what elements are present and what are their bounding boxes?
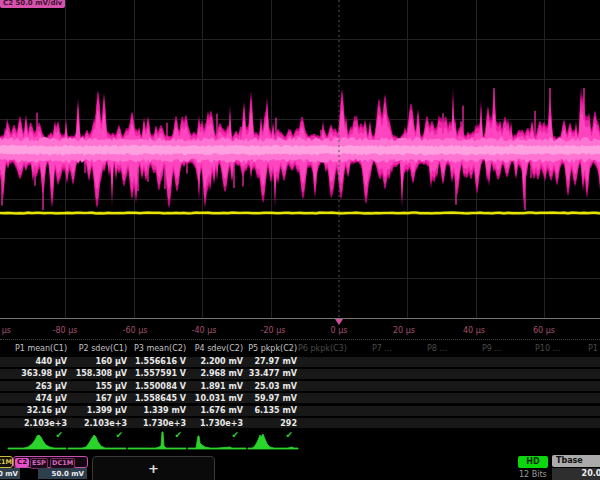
hd-mode-badge[interactable]: HD	[518, 456, 548, 468]
waveform-traces	[0, 0, 600, 340]
channel-c1-value-strip[interactable]: 50.0 mV	[0, 468, 20, 479]
measure-value-p4: 2.200 mV	[200, 357, 243, 366]
measure-min-p5: 25.03 mV	[254, 382, 297, 391]
axis-label: 20 µs	[393, 326, 415, 335]
plus-icon: +	[93, 461, 214, 476]
axis-label: -100 µs	[0, 326, 11, 335]
measure-min-p2: 155 µV	[95, 382, 127, 391]
measure-header-unused[interactable]: P8 ...	[427, 344, 447, 353]
measure-min-p3: 1.550084 V	[135, 382, 186, 391]
separator-line	[0, 339, 600, 340]
measure-sdev-p3: 1.339 mV	[143, 406, 186, 415]
channel-c1-descriptor[interactable]: DC1M	[0, 456, 13, 468]
measure-min-p1: 263 µV	[35, 382, 67, 391]
timebase-label: Tbase	[552, 455, 600, 467]
measure-header[interactable]: P3 mean(C2)	[134, 344, 186, 353]
axis-label: -20 µs	[261, 326, 286, 335]
measure-value-p3: 1.556616 V	[135, 357, 186, 366]
measure-header-unused[interactable]: P1	[588, 344, 598, 353]
axis-label: 60 µs	[533, 326, 555, 335]
measure-sdev-p2: 1.399 µV	[87, 406, 127, 415]
channel-c2-value-strip[interactable]: 50.0 mV	[38, 468, 87, 479]
measure-header-unused[interactable]: P9 ...	[482, 344, 502, 353]
measure-sdev-p5: 6.135 mV	[254, 406, 297, 415]
measure-header[interactable]: P1 mean(C1)	[15, 344, 67, 353]
measure-max-p3: 1.558645 V	[135, 394, 186, 403]
axis-label: -60 µs	[123, 326, 148, 335]
measure-num-p5: 292	[280, 419, 297, 428]
axis-label: 40 µs	[463, 326, 485, 335]
trigger-position-marker[interactable]	[335, 319, 343, 325]
measure-header-unused[interactable]: P7 ...	[372, 344, 392, 353]
measure-value-p2: 160 µV	[95, 357, 127, 366]
channel-c2-descriptor[interactable]: C2 ESP DC1M	[13, 456, 88, 468]
measure-mean-p5: 33.477 mV	[249, 369, 297, 378]
measure-num-p3: 1.730e+3	[143, 419, 186, 428]
axis-label: -40 µs	[192, 326, 217, 335]
channel-c2-badge: C2	[15, 458, 29, 467]
measure-max-p4: 10.031 mV	[195, 394, 243, 403]
measure-num-p4: 1.730e+3	[200, 419, 243, 428]
measure-header[interactable]: P5 pkpk(C2)	[248, 344, 297, 353]
hd-bits-label: 12 Bits	[519, 470, 547, 479]
measure-mean-p4: 2.968 mV	[200, 369, 243, 378]
channel-c2-vdiv: 50.0 mV	[52, 470, 84, 478]
measure-sdev-p1: 32.16 µV	[27, 406, 67, 415]
timebase-value: 20.0 µ	[552, 468, 600, 480]
axis-label: 0 µs	[331, 326, 348, 335]
trace-descriptor-badge[interactable]: C2 50.0 mV/div	[0, 0, 65, 8]
axis-label: -80 µs	[53, 326, 78, 335]
measure-max-p5: 59.97 mV	[254, 394, 297, 403]
add-trace-button[interactable]: +	[92, 456, 215, 480]
oscilloscope-screen: C2 50.0 mV/div -100 µs-80 µs-60 µs-40 µs…	[0, 0, 600, 480]
channel-c1-coupling-tag: DC1M	[0, 458, 12, 466]
measure-value-p1: 440 µV	[35, 357, 67, 366]
measure-header[interactable]: P2 sdev(C1)	[79, 344, 127, 353]
measure-value-p5: 27.97 mV	[254, 357, 297, 366]
measure-sdev-p4: 1.676 mV	[200, 406, 243, 415]
measure-mean-p2: 158.308 µV	[76, 369, 127, 378]
measure-header-unused[interactable]: P6 pkpk(C3)	[298, 344, 347, 353]
measure-header-unused[interactable]: P10 ...	[535, 344, 560, 353]
measure-max-p1: 474 µV	[35, 394, 67, 403]
measure-histicons	[0, 430, 600, 460]
timebase-descriptor[interactable]: Tbase 20.0 µ	[552, 455, 600, 480]
measure-mean-p3: 1.557591 V	[135, 369, 186, 378]
measure-min-p4: 1.891 mV	[200, 382, 243, 391]
measure-mean-p1: 363.98 µV	[21, 369, 67, 378]
measure-max-p2: 167 µV	[95, 394, 127, 403]
measure-num-p1: 2.103e+3	[24, 419, 67, 428]
measure-num-p2: 2.103e+3	[84, 419, 127, 428]
channel-c1-vdiv: 50.0 mV	[0, 470, 18, 478]
measure-header[interactable]: P4 sdev(C2)	[195, 344, 243, 353]
